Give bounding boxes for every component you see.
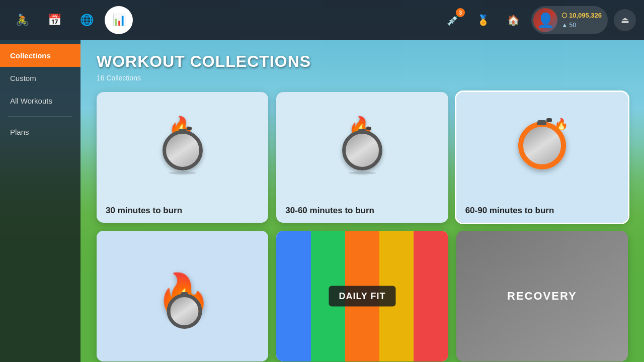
avatar-block[interactable]: 👤 ⬡ 10,095,326 ▲ 50	[531, 6, 608, 34]
card-30-60min[interactable]: 🔥 30-60 minutes to burn	[276, 92, 448, 223]
avatar-stats: ⬡ 10,095,326 ▲ 50	[561, 11, 602, 30]
cards-grid: 🔥 30 minutes to burn 🔥	[97, 92, 628, 361]
garage-icon-btn[interactable]: 🏠	[501, 8, 525, 32]
stopwatch-ring-60-90min: 🔥	[518, 122, 566, 169]
card-icon-area-30min: 🔥	[97, 92, 268, 199]
stopwatch-30-60min	[342, 130, 382, 170]
daily-fit-label: DAILY FIT	[329, 286, 395, 307]
shadow-30min	[169, 171, 196, 174]
level-display: ▲ 50	[561, 21, 602, 30]
logout-button[interactable]: ⏏	[614, 9, 636, 31]
coins-display: ⬡ 10,095,326	[561, 11, 602, 21]
globe-icon[interactable]: 🌐	[72, 6, 101, 34]
small-fire-icon: 🔥	[554, 118, 568, 131]
card-icon-area-30-60min: 🔥	[276, 92, 448, 199]
shadow-30-60min	[348, 171, 376, 174]
card-label-30min: 30 minutes to burn	[97, 199, 268, 223]
sidebar: Collections Custom All Workouts Plans	[0, 40, 80, 362]
recovery-label: RECOVERY	[507, 290, 577, 303]
sidebar-item-custom[interactable]: Custom	[0, 67, 80, 89]
main-layout: Collections Custom All Workouts Plans WO…	[0, 40, 644, 362]
card-60-90min[interactable]: 🔥 60-90 minutes to burn	[456, 92, 628, 223]
stats-icon[interactable]: 📊	[105, 6, 133, 34]
card-30min[interactable]: 🔥 30 minutes to burn	[97, 92, 268, 223]
needle-icon-btn[interactable]: 💉 3	[441, 8, 465, 32]
card-recovery[interactable]: RECOVERY	[456, 231, 628, 361]
calendar-icon[interactable]: 📅	[40, 6, 68, 34]
stripe-red	[414, 231, 448, 361]
needle-badge: 3	[456, 8, 465, 17]
sidebar-item-all-workouts[interactable]: All Workouts	[0, 89, 80, 112]
stopwatch-30min	[163, 130, 203, 170]
sidebar-divider	[8, 116, 72, 117]
card-label-30-60min: 30-60 minutes to burn	[276, 199, 448, 223]
page-title: WORKOUT COLLECTIONS	[97, 52, 628, 71]
avatar: 👤	[533, 8, 557, 32]
stripe-blue	[276, 231, 310, 361]
cycling-icon[interactable]: 🚴	[8, 6, 36, 34]
card-icon-area-60-90min: 🔥	[456, 92, 628, 199]
card-icon-area-hot: 🔥	[97, 231, 268, 361]
content-area: WORKOUT COLLECTIONS 16 Collections 🔥 30 …	[80, 40, 644, 362]
collections-count: 16 Collections	[97, 74, 628, 82]
card-daily-fit[interactable]: DAILY FIT	[276, 231, 448, 361]
topbar: 🚴 📅 🌐 📊 💉 3 🏅 🏠 👤 ⬡ 10,095,326 ▲ 50	[0, 0, 644, 40]
medal-icon-btn[interactable]: 🏅	[471, 8, 495, 32]
card-label-60-90min: 60-90 minutes to burn	[456, 199, 628, 223]
sidebar-item-collections[interactable]: Collections	[0, 44, 80, 67]
stopwatch-hot	[167, 294, 202, 329]
card-hot[interactable]: 🔥	[97, 231, 268, 361]
topbar-right: 💉 3 🏅 🏠 👤 ⬡ 10,095,326 ▲ 50 ⏏	[441, 6, 636, 34]
topbar-nav-icons: 🚴 📅 🌐 📊	[8, 6, 133, 34]
sidebar-item-plans[interactable]: Plans	[0, 121, 80, 143]
